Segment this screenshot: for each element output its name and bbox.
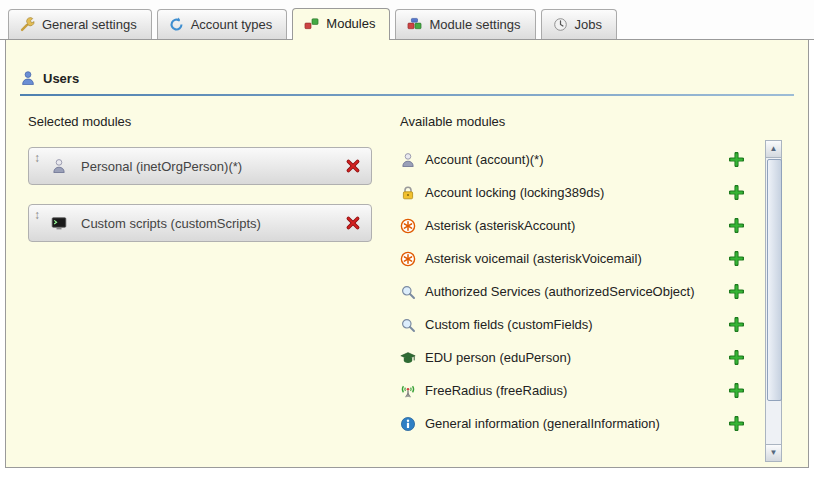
available-module-label: Authorized Services (authorizedServiceOb… (425, 284, 695, 299)
available-module-label: Custom fields (customFields) (425, 317, 593, 332)
remove-module-button[interactable] (345, 158, 361, 174)
available-module-label: EDU person (eduPerson) (425, 350, 571, 365)
module-settings-icon (407, 17, 422, 32)
add-module-button[interactable] (729, 383, 744, 398)
available-module-label: Asterisk (asteriskAccount) (425, 218, 575, 233)
add-module-button[interactable] (729, 251, 744, 266)
tab-label: General settings (42, 17, 137, 32)
scroll-down-button[interactable]: ▼ (766, 444, 781, 461)
modules-columns: Selected modules ↕Personal (inetOrgPerso… (20, 114, 808, 440)
add-module-button[interactable] (729, 317, 744, 332)
add-module-button[interactable] (729, 350, 744, 365)
antenna-icon (400, 383, 416, 399)
available-module-row: Authorized Services (authorizedServiceOb… (400, 275, 744, 308)
section-divider (20, 94, 794, 96)
available-module-row: Account (account)(*) (400, 143, 744, 176)
graduation-cap-icon (400, 350, 416, 366)
account-types-icon (169, 17, 184, 32)
tab-modules[interactable]: Modules (292, 8, 390, 40)
remove-module-button[interactable] (345, 215, 361, 231)
users-section-header: Users (20, 70, 808, 86)
selected-module-label: Personal (inetOrgPerson)(*) (81, 159, 242, 174)
selected-modules-list: ↕Personal (inetOrgPerson)(*)↕Custom scri… (28, 147, 372, 242)
available-modules-list: Account (account)(*)Account locking (loc… (400, 143, 744, 440)
magnifier-icon (400, 284, 416, 300)
person-icon (400, 152, 416, 168)
available-modules-scrollbar[interactable]: ▲ ▼ (765, 140, 782, 462)
add-module-button[interactable] (729, 218, 744, 233)
drag-handle-icon[interactable]: ↕ (34, 151, 40, 165)
tab-label: Module settings (429, 17, 520, 32)
selected-module-label: Custom scripts (customScripts) (81, 216, 261, 231)
add-module-button[interactable] (729, 185, 744, 200)
available-modules-column: Available modules Account (account)(*)Ac… (400, 114, 808, 440)
tab-general-settings[interactable]: General settings (8, 9, 152, 39)
clock-icon (553, 17, 568, 32)
lock-icon (400, 185, 416, 201)
available-module-row: Asterisk voicemail (asteriskVoicemail) (400, 242, 744, 275)
add-module-button[interactable] (729, 416, 744, 431)
terminal-icon (51, 215, 67, 231)
tab-label: Jobs (575, 17, 602, 32)
scrollbar-thumb[interactable] (767, 159, 782, 401)
available-module-label: General information (generalInformation) (425, 416, 660, 431)
available-module-label: Account (account)(*) (425, 152, 544, 167)
available-module-label: FreeRadius (freeRadius) (425, 383, 567, 398)
section-title: Users (43, 71, 79, 86)
tab-label: Account types (191, 17, 273, 32)
available-module-row: Account locking (locking389ds) (400, 176, 744, 209)
drag-handle-icon[interactable]: ↕ (34, 208, 40, 222)
selected-module-row[interactable]: ↕Custom scripts (customScripts) (28, 204, 372, 242)
available-module-label: Asterisk voicemail (asteriskVoicemail) (425, 251, 642, 266)
selected-modules-heading: Selected modules (28, 114, 372, 129)
available-module-label: Account locking (locking389ds) (425, 185, 604, 200)
selected-module-row[interactable]: ↕Personal (inetOrgPerson)(*) (28, 147, 372, 185)
add-module-button[interactable] (729, 284, 744, 299)
tab-account-types[interactable]: Account types (157, 9, 288, 39)
tab-label: Modules (326, 16, 375, 31)
available-module-row: EDU person (eduPerson) (400, 341, 744, 374)
add-module-button[interactable] (729, 152, 744, 167)
users-icon (20, 70, 36, 86)
scroll-up-button[interactable]: ▲ (766, 141, 781, 158)
available-module-row: General information (generalInformation) (400, 407, 744, 440)
person-icon (51, 158, 67, 174)
available-modules-heading: Available modules (400, 114, 744, 129)
modules-icon (304, 16, 319, 31)
tab-module-settings[interactable]: Module settings (395, 9, 535, 39)
magnifier-icon (400, 317, 416, 333)
asterisk-icon (400, 218, 416, 234)
info-icon (400, 416, 416, 432)
tab-bar: General settingsAccount typesModulesModu… (0, 0, 814, 40)
module-configuration-page: General settingsAccount typesModulesModu… (0, 0, 814, 478)
content-panel: Users Selected modules ↕Personal (inetOr… (5, 40, 809, 468)
available-module-row: FreeRadius (freeRadius) (400, 374, 744, 407)
tab-jobs[interactable]: Jobs (541, 9, 617, 39)
available-module-row: Asterisk (asteriskAccount) (400, 209, 744, 242)
selected-modules-column: Selected modules ↕Personal (inetOrgPerso… (20, 114, 372, 440)
wrench-icon (20, 17, 35, 32)
asterisk-icon (400, 251, 416, 267)
available-module-row: Custom fields (customFields) (400, 308, 744, 341)
